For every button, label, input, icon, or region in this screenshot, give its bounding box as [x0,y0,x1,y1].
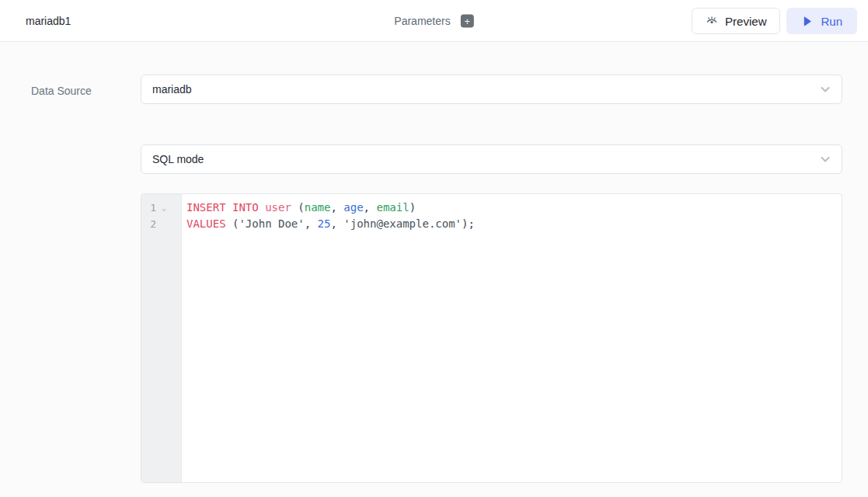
eye-icon [706,15,718,27]
parameters-label: Parameters [394,15,450,27]
sql-code-editor[interactable]: 1⌄2 INSERT INTO user (name, age, email)V… [141,193,842,483]
run-button-label: Run [821,15,842,28]
fold-chevron-icon[interactable]: ⌄ [158,203,170,212]
code-line[interactable]: VALUES ('John Doe', 25, 'john@example.co… [186,216,842,232]
line-number: 2 [147,218,156,230]
parameters-section: Parameters + [394,14,473,27]
line-number: 1 [147,202,156,214]
chevron-down-icon [818,152,832,166]
query-mode-select[interactable]: SQL mode [141,144,842,174]
query-editor-app: mariadb1 Parameters + Preview [0,0,868,497]
editor-gutter: 1⌄2 [141,194,182,482]
preview-button-label: Preview [725,15,766,28]
play-icon [801,16,813,27]
add-parameter-button[interactable]: + [461,14,474,27]
data-source-value: mariadb [152,83,192,96]
run-button[interactable]: Run [786,8,857,34]
gutter-line: 1⌄ [141,200,181,216]
header-actions: Preview Run [692,8,857,34]
preview-button[interactable]: Preview [692,8,780,34]
editor-code[interactable]: INSERT INTO user (name, age, email)VALUE… [182,194,842,482]
data-source-select[interactable]: mariadb [141,75,842,104]
data-source-label: Data Source [31,85,92,97]
query-mode-value: SQL mode [152,153,204,165]
query-header: mariadb1 Parameters + Preview [0,0,868,42]
query-name: mariadb1 [26,15,71,27]
chevron-down-icon [818,82,832,96]
code-line[interactable]: INSERT INTO user (name, age, email) [186,200,842,216]
gutter-line: 2 [141,216,181,232]
